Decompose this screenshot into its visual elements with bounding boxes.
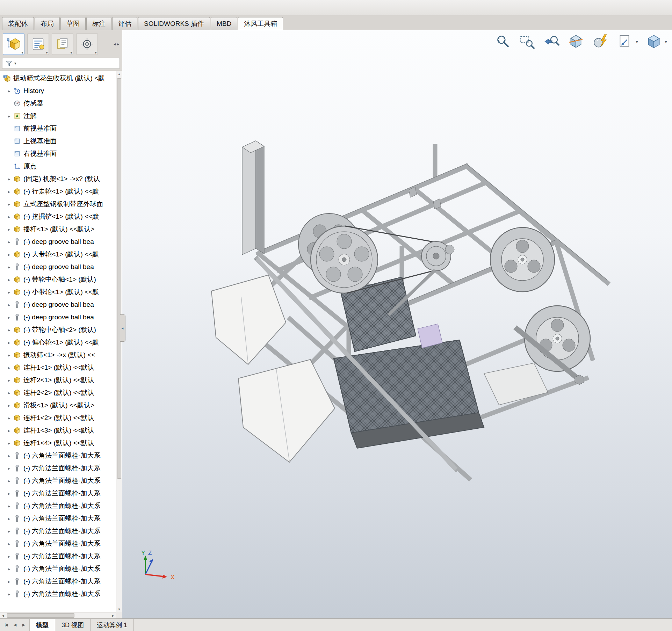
statusbar-tab-3d-views[interactable]: 3D 视图 [55,619,91,631]
expand-arrow-icon[interactable]: ▸ [5,277,13,282]
appearance-button[interactable] [592,33,609,50]
expand-arrow-icon[interactable]: ▸ [5,516,13,521]
tree-item[interactable]: ▸(-) 六角法兰面螺栓-加大系 [0,575,116,588]
tree-item[interactable]: 前视基准面 [0,122,116,135]
expand-arrow-icon[interactable]: ▸ [5,579,13,584]
expand-arrow-icon[interactable]: ▸ [5,466,13,471]
expand-arrow-icon[interactable]: ▸ [5,566,13,572]
panel-tab-featuremanager-tree[interactable]: ▾ [3,33,24,55]
panel-splitter-handle[interactable]: ◂ [120,314,125,342]
tree-item[interactable]: ▸连杆1<1> (默认) <<默认 [0,361,116,374]
view-orientation-dropdown-arrow-icon[interactable]: ▾ [636,39,638,44]
expand-arrow-icon[interactable]: ▸ [5,327,13,333]
main-3d-viewport[interactable]: ▾▾ [122,30,672,618]
ribbon-tab-markup[interactable]: 标注 [86,17,111,30]
panel-scroll-left-icon[interactable]: ◂ [114,42,116,46]
vertical-scroll-thumb[interactable] [117,78,121,479]
tree-item[interactable]: ▸连杆2<1> (默认) <<默认 [0,374,116,386]
tree-item[interactable]: ▸连杆1<4> (默认) <<默认 [0,437,116,449]
tree-item[interactable]: ▸(-) 六角法兰面螺栓-加大系 [0,474,116,487]
tree-item[interactable]: ▸(-) 行走轮<1> (默认) <<默 [0,185,116,198]
expand-arrow-icon[interactable]: ▸ [5,302,13,307]
panel-scroll-right-icon[interactable]: ▸ [117,42,119,46]
tree-item[interactable]: ▸(-) 六角法兰面螺栓-加大系 [0,537,116,550]
tree-item[interactable]: ▸(-) 六角法兰面螺栓-加大系 [0,487,116,500]
expand-arrow-icon[interactable]: ▸ [5,428,13,433]
expand-arrow-icon[interactable]: ▸ [5,239,13,245]
expand-arrow-icon[interactable]: ▸ [5,453,13,458]
tree-item[interactable]: ▸(固定) 机架<1> ->x? (默认 [0,173,116,185]
ribbon-tab-assembly[interactable]: 装配体 [2,17,34,30]
tree-item[interactable]: 传感器 [0,97,116,110]
expand-arrow-icon[interactable]: ▸ [5,353,13,358]
scroll-up-arrow-icon[interactable]: ▲ [116,71,122,77]
tree-item[interactable]: ▸A注解 [0,110,116,122]
expand-arrow-icon[interactable]: ▸ [5,176,13,182]
panel-tab-dropdown-arrow-icon[interactable]: ▾ [70,50,72,55]
expand-arrow-icon[interactable]: ▸ [5,592,13,597]
tree-item[interactable]: ▸(-) 带轮中心轴<2> (默认) [0,324,116,336]
previous-view-button[interactable] [543,33,560,50]
tree-item[interactable]: ▸(-) 六角法兰面螺栓-加大系 [0,550,116,563]
expand-arrow-icon[interactable]: ▸ [5,554,13,559]
tree-item[interactable]: ▸(-) 带轮中心轴<1> (默认) [0,273,116,286]
expand-arrow-icon[interactable]: ▸ [5,264,13,270]
expand-arrow-icon[interactable]: ▸ [5,403,13,408]
tree-horizontal-scrollbar[interactable]: ◀ ▶ [0,612,116,618]
zoom-to-area-button[interactable] [518,33,536,50]
tree-item[interactable]: ▸(-) 六角法兰面螺栓-加大系 [0,588,116,600]
ribbon-tab-evaluate[interactable]: 评估 [112,17,137,30]
sheet-nav-button-0[interactable]: |◀ [2,621,10,630]
expand-arrow-icon[interactable]: ▸ [5,227,13,232]
expand-arrow-icon[interactable]: ▸ [5,214,13,219]
tree-item[interactable]: 右视基准面 [0,147,116,160]
tree-item[interactable]: ▸(-) 小带轮<1> (默认) <<默 [0,286,116,298]
tree-item[interactable]: ▸滑板<1> (默认) <<默认> [0,399,116,412]
expand-arrow-icon[interactable]: ▸ [5,441,13,446]
expand-arrow-icon[interactable]: ▸ [5,491,13,496]
scroll-down-arrow-icon[interactable]: ▼ [116,606,122,612]
panel-tab-property-manager[interactable]: ▾ [27,33,49,55]
tree-item[interactable]: 上视基准面 [0,135,116,147]
scroll-right-arrow-icon[interactable]: ▶ [110,612,116,618]
statusbar-tab-motion-study-1[interactable]: 运动算例 1 [91,619,134,631]
horizontal-scroll-thumb[interactable] [7,613,74,618]
expand-arrow-icon[interactable]: ▸ [5,478,13,484]
expand-arrow-icon[interactable]: ▸ [5,390,13,396]
section-view-button[interactable] [567,33,585,50]
tree-item[interactable]: ▸(-) 六角法兰面螺栓-加大系 [0,512,116,525]
ribbon-tab-sketch[interactable]: 草图 [60,17,86,30]
expand-arrow-icon[interactable]: ▸ [5,315,13,320]
sheet-nav-button-2[interactable]: ▶ [20,621,27,630]
expand-arrow-icon[interactable]: ▸ [5,189,13,194]
panel-tab-dropdown-arrow-icon[interactable]: ▾ [46,50,48,55]
display-style-dropdown-arrow-icon[interactable]: ▾ [665,39,667,44]
tree-item[interactable]: ▸连杆1<2> (默认) <<默认 [0,412,116,424]
tree-item[interactable]: ▸History [0,85,116,97]
ribbon-tab-mufeng-toolbox[interactable]: 沐风工具箱 [238,17,283,30]
panel-tab-scroll-arrows[interactable]: ◂▸ [114,42,121,46]
display-style-button[interactable] [645,33,663,50]
tree-item[interactable]: ▸(-) 大带轮<1> (默认) <<默 [0,248,116,261]
zoom-to-fit-button[interactable] [494,33,511,50]
expand-arrow-icon[interactable]: ▸ [5,529,13,534]
expand-arrow-icon[interactable]: ▸ [5,202,13,207]
panel-tab-display-manager[interactable]: ▾ [76,33,98,55]
tree-item[interactable]: ▸(-) deep groove ball bea [0,235,116,248]
tree-item[interactable]: ▸(-) 六角法兰面螺栓-加大系 [0,462,116,474]
tree-item[interactable]: ▸(-) deep groove ball bea [0,298,116,311]
ribbon-tab-solidworks-addins[interactable]: SOLIDWORKS 插件 [138,17,210,30]
panel-tab-configuration-manager[interactable]: ▾ [52,33,73,55]
expand-arrow-icon[interactable]: ▸ [5,88,13,94]
expand-arrow-icon[interactable]: ▸ [5,340,13,345]
expand-arrow-icon[interactable]: ▸ [5,415,13,421]
statusbar-tab-model[interactable]: 模型 [30,619,55,631]
expand-arrow-icon[interactable]: ▸ [5,378,13,383]
panel-tab-dropdown-arrow-icon[interactable]: ▾ [95,50,97,55]
tree-item[interactable]: ▸(-) 偏心轮<1> (默认) <<默 [0,336,116,349]
ribbon-tab-mbd[interactable]: MBD [211,17,237,30]
tree-item[interactable]: ▸(-) 挖掘铲<1> (默认) <<默 [0,210,116,223]
scroll-left-arrow-icon[interactable]: ◀ [0,612,6,618]
filter-dropdown-arrow-icon[interactable]: ▾ [14,61,16,66]
tree-item[interactable]: ▸连杆2<2> (默认) <<默认 [0,386,116,399]
